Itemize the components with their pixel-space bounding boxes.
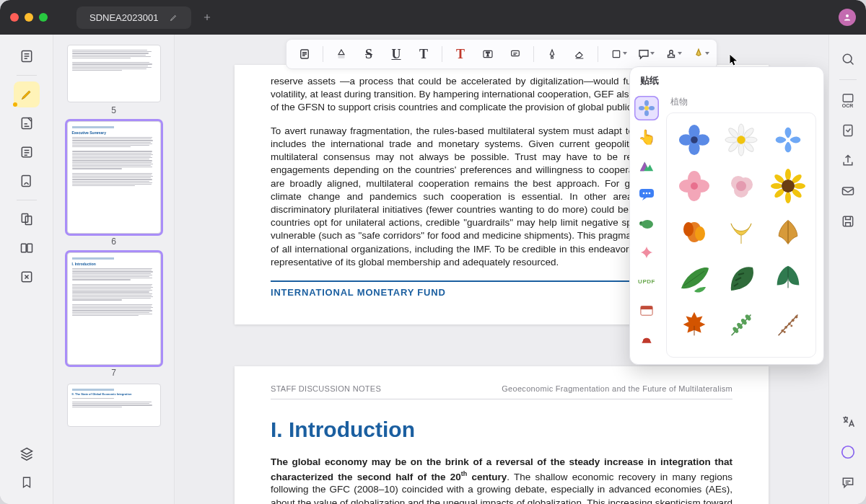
minimize-window-button[interactable] — [25, 13, 33, 22]
sticker-pink-flower[interactable] — [673, 165, 715, 207]
svg-point-24 — [646, 193, 648, 195]
svg-point-62 — [771, 183, 782, 189]
svg-point-17 — [644, 106, 649, 110]
sticker-blue-flower-2[interactable] — [767, 119, 810, 161]
stamp-tool[interactable] — [659, 42, 683, 66]
page-thumbnail[interactable]: Executive Summary — [67, 121, 161, 234]
svg-point-56 — [785, 169, 791, 180]
svg-point-27 — [639, 221, 644, 226]
shape-tool[interactable] — [604, 42, 629, 66]
sticker-peony[interactable] — [720, 165, 762, 207]
highlight-color-tool[interactable] — [329, 42, 354, 66]
sticker-category-sparkle[interactable] — [634, 240, 659, 265]
sticker-category-mountain[interactable] — [634, 154, 659, 178]
ocr-button[interactable]: OCR — [836, 89, 860, 112]
sticker-sunflower[interactable] — [767, 165, 810, 207]
mail-button[interactable] — [836, 180, 860, 203]
ai-button[interactable] — [836, 441, 860, 464]
compare-tool[interactable] — [14, 235, 40, 261]
search-button[interactable] — [836, 48, 860, 71]
bookmark-tool[interactable] — [14, 469, 40, 495]
svg-point-35 — [679, 134, 693, 145]
sticker-category-plants[interactable] — [634, 96, 659, 120]
pen-tool[interactable] — [540, 42, 564, 66]
svg-rect-80 — [844, 125, 852, 136]
sticker-maple-leaf[interactable] — [673, 304, 715, 345]
text-box-tool[interactable]: T — [476, 42, 500, 66]
sticker-category-label: 植物 — [670, 96, 816, 108]
section-heading: I. Introduction — [271, 415, 732, 445]
page-thumbnail[interactable]: I. Introduction — [67, 252, 161, 365]
sticker-grid-container — [666, 112, 816, 358]
signature-tool[interactable] — [686, 42, 711, 66]
svg-point-23 — [643, 193, 645, 195]
document-page: STAFF DISCUSSION NOTES Geoeconomic Fragm… — [235, 366, 769, 504]
svg-point-66 — [695, 226, 705, 241]
sticker-ginkgo-leaf[interactable] — [720, 211, 762, 253]
fill-sign-tool[interactable] — [14, 168, 40, 194]
form-tool[interactable] — [14, 139, 40, 165]
sticker-daisy[interactable] — [720, 119, 762, 161]
sticker-tool[interactable] — [631, 42, 656, 66]
crop-button[interactable] — [836, 119, 860, 142]
thumb-page-number: 5 — [111, 105, 116, 115]
sticker-category-pdf[interactable]: UPDF — [634, 269, 659, 293]
sticker-tropical-leaf[interactable] — [767, 257, 810, 299]
page-thumbnail[interactable] — [67, 45, 161, 102]
svg-point-74 — [792, 319, 795, 322]
underline-tool[interactable]: U — [384, 42, 408, 66]
comment-panel-button[interactable] — [836, 471, 860, 494]
save-button[interactable] — [836, 210, 860, 233]
sticker-category-animal[interactable] — [634, 211, 659, 236]
sticker-green-leaf[interactable] — [673, 257, 715, 299]
text-note-tool[interactable] — [14, 110, 40, 136]
running-header-left: STAFF DISCUSSION NOTES — [271, 384, 381, 394]
svg-point-45 — [737, 136, 745, 144]
svg-point-76 — [784, 331, 786, 333]
svg-point-16 — [670, 50, 673, 54]
convert-tool[interactable] — [14, 264, 40, 290]
sticker-blue-flower-1[interactable] — [673, 119, 715, 161]
content-selection-tool[interactable] — [292, 42, 317, 66]
page-view-tool[interactable] — [14, 43, 40, 69]
svg-point-18 — [644, 100, 649, 106]
page-thumbnail[interactable]: II. The State of Global Economic Integra… — [67, 384, 161, 427]
sticker-category-hand[interactable]: 👆 — [634, 125, 659, 149]
sticker-popover: 贴纸 👆 UPDF — [629, 66, 824, 365]
text-style-tool[interactable]: T — [411, 42, 436, 66]
svg-point-46 — [786, 138, 790, 142]
svg-rect-8 — [27, 244, 32, 252]
share-button[interactable] — [836, 149, 860, 172]
sticker-sprig[interactable] — [720, 304, 762, 345]
zoom-window-button[interactable] — [39, 13, 48, 22]
eraser-tool[interactable] — [567, 42, 592, 66]
strikethrough-tool[interactable]: S — [357, 42, 381, 66]
new-tab-button[interactable] — [197, 7, 217, 27]
sticker-monstera-leaf[interactable] — [720, 257, 762, 299]
svg-rect-5 — [22, 214, 27, 223]
document-viewport[interactable]: S U T T T — [175, 35, 828, 504]
sticker-autumn-leaf[interactable] — [767, 211, 810, 253]
merge-tool[interactable] — [14, 206, 40, 232]
thumb-page-number: 6 — [111, 236, 116, 247]
thumbnail-panel: 5 Executive Summary 6 I. Introduction — [53, 35, 175, 504]
svg-point-71 — [782, 330, 784, 332]
document-tab[interactable]: SDNEA2023001 — [76, 6, 191, 29]
layers-tool[interactable] — [14, 441, 40, 467]
sticker-category-hat[interactable] — [634, 327, 659, 351]
avatar[interactable] — [839, 9, 856, 26]
sticker-category-calendar[interactable] — [634, 298, 659, 322]
running-header-right: Geoeconomic Fragmentation and the Future… — [502, 384, 732, 394]
callout-tool[interactable] — [503, 42, 528, 66]
svg-rect-30 — [641, 306, 652, 310]
sticker-orange-flower[interactable] — [673, 211, 715, 253]
sticker-category-chat[interactable] — [634, 182, 659, 207]
close-window-button[interactable] — [10, 13, 19, 22]
translate-button[interactable] — [836, 410, 860, 433]
svg-rect-6 — [25, 216, 31, 225]
right-tool-rail: OCR — [828, 35, 866, 504]
pencil-icon[interactable] — [170, 13, 178, 22]
sticker-dried-branch[interactable] — [767, 304, 810, 345]
free-text-tool[interactable]: T — [448, 42, 473, 66]
svg-point-55 — [736, 181, 746, 191]
